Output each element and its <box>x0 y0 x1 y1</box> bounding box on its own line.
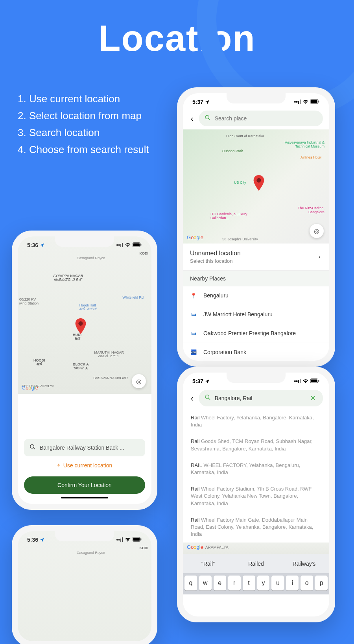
wifi-icon <box>125 242 131 248</box>
map-poi-label: BASAVANNA NAGAR <box>93 376 128 380</box>
map-poi-label: Whitefield Rd <box>122 295 144 299</box>
svg-point-9 <box>79 321 83 326</box>
svg-point-3 <box>205 115 209 119</box>
place-name: Oakwood Premier Prestige Bangalore <box>203 330 296 337</box>
search-results-list: Rail Wheel Factory, Yelahanka, Bangalore… <box>183 410 329 543</box>
nearby-place-row[interactable]: 🛏JW Marriott Hotel Bengaluru <box>183 305 329 324</box>
search-input-pill[interactable] <box>199 111 323 126</box>
status-time: 5:36 <box>27 242 38 248</box>
battery-icon <box>133 242 142 248</box>
map-view[interactable]: Casagrand Royce KODI <box>18 531 151 641</box>
keyboard-key[interactable]: q <box>184 576 197 590</box>
map-poi-label: MARUTHI NAGARಮಾರುತಿ ನಗರ <box>94 351 124 358</box>
map-pin-icon[interactable] <box>75 318 86 336</box>
map-view[interactable]: High Court of Karnataka Visvesvaraya Ind… <box>183 129 329 244</box>
location-services-icon <box>205 379 210 384</box>
selected-location-title: Unnamed location <box>190 250 241 257</box>
google-attribution: Google <box>187 234 203 240</box>
status-time: 5:36 <box>27 537 38 543</box>
search-header: ‹ <box>183 107 329 129</box>
svg-rect-7 <box>133 244 140 246</box>
map-poi-label: Casagrand Royce <box>77 551 105 555</box>
search-input[interactable] <box>215 115 317 122</box>
svg-point-5 <box>256 178 261 183</box>
keyboard-key[interactable]: o <box>301 576 313 590</box>
location-services-icon <box>40 243 44 247</box>
map-poi-label: HOODIಹೂಡಿ <box>33 358 45 366</box>
keyboard-key[interactable]: p <box>315 576 328 590</box>
map-poi-label: Airlines Hotel <box>301 155 321 159</box>
signal-icon: ••ıl <box>116 537 123 543</box>
nearby-place-row[interactable]: 🛏Oakwood Premier Prestige Bangalore <box>183 324 329 343</box>
map-poi-label: AYYAPPA NAGARಅಯ್ಯಪ್ಪ ನಗರ್ <box>53 274 83 282</box>
back-button[interactable]: ‹ <box>189 114 195 123</box>
phone-notch <box>55 531 114 541</box>
place-name: Corporation Bank <box>203 349 246 356</box>
map-poi-label: Casagrand Royce <box>77 256 105 260</box>
nearby-place-row[interactable]: 📍Bengaluru <box>183 286 329 305</box>
nearby-place-row[interactable]: 🏧Corporation Bank <box>183 343 329 361</box>
search-header: ‹ ✕ <box>183 387 329 410</box>
map-poi-label: Hoodi Haltಹೂಡಿ ಹಾಲ್ಟ್ <box>79 303 97 311</box>
locate-me-button[interactable]: ◎ <box>310 224 324 238</box>
map-poi-label: Visvesvaraya Industrial & Technical Muse… <box>281 140 324 148</box>
search-result-item[interactable]: Rail Wheel Factory Stadium, 7th B Cross … <box>183 481 329 512</box>
keyboard-key[interactable]: t <box>243 576 255 590</box>
keyboard-key[interactable]: w <box>199 576 212 590</box>
svg-line-4 <box>208 118 210 120</box>
phone-mockup-search: 5:37 ••ıl ‹ High Court of Karnataka Visv… <box>177 87 335 367</box>
keyboard-row: qwertyuiop <box>183 573 329 594</box>
keyboard-suggestion[interactable]: Railed <box>233 557 279 570</box>
back-button[interactable]: ‹ <box>189 394 195 403</box>
map-poi-label: KODI <box>140 546 149 550</box>
map-pin-icon[interactable] <box>253 175 264 192</box>
search-input[interactable] <box>215 395 304 401</box>
keyboard-key[interactable]: y <box>257 576 270 590</box>
use-current-location-button[interactable]: ⌖ Use current location <box>24 462 145 469</box>
selected-location-row[interactable]: Unnamed location Select this location → <box>183 244 329 271</box>
clear-search-button[interactable]: ✕ <box>308 394 317 402</box>
nearby-places-list: 📍Bengaluru🛏JW Marriott Hotel Bengaluru🛏O… <box>183 286 329 361</box>
map-peek-label: ARAMPALYA <box>205 545 229 550</box>
map-view[interactable]: Casagrand Royce KODI AYYAPPA NAGARಅಯ್ಯಪ್… <box>18 236 151 394</box>
confirm-location-button[interactable]: Confirm Your Location <box>24 476 145 494</box>
google-attribution: Google <box>187 544 203 550</box>
search-result-item[interactable]: Rail Wheel Factory Main Gate, Doddaballa… <box>183 512 329 543</box>
phone-mockup-results: 5:37 ••ıl ‹ ✕ Rail Wheel Factory, Yelaha… <box>177 367 335 622</box>
search-icon <box>205 114 211 122</box>
status-time: 5:37 <box>192 378 203 384</box>
phone-notch <box>55 236 114 247</box>
locate-me-button[interactable]: ◎ <box>132 374 146 388</box>
keyboard-suggestion[interactable]: "Rail" <box>185 557 231 570</box>
keyboard-suggestion[interactable]: Railway's <box>281 557 327 570</box>
svg-line-11 <box>33 448 35 449</box>
use-current-label: Use current location <box>63 462 112 469</box>
signal-icon: ••ıl <box>294 378 301 384</box>
svg-rect-19 <box>141 538 142 540</box>
search-result-item[interactable]: RAIL WHEEL FACTORY, Yelahanka, Bengaluru… <box>183 457 329 481</box>
search-result-item[interactable]: Rail Goods Shed, TCM Royan Road, Subhash… <box>183 433 329 457</box>
confirm-card: Bangalore Railway Station Back ... ⌖ Use… <box>18 434 151 504</box>
keyboard-key[interactable]: e <box>214 576 226 590</box>
search-input-pill[interactable]: ✕ <box>199 390 323 406</box>
location-services-icon <box>205 100 210 104</box>
place-icon: 🛏 <box>190 330 197 336</box>
map-poi-label: 00/220 KV iving Station <box>19 297 43 305</box>
keyboard-key[interactable]: r <box>228 576 241 590</box>
phone-notch <box>227 373 286 383</box>
wifi-icon <box>302 99 309 105</box>
map-peek: Google ARAMPALYA <box>183 543 329 554</box>
signal-icon: ••ıl <box>294 99 301 105</box>
phone-mockup-partial: 5:36 ••ıl Casagrand Royce KODI <box>12 525 157 644</box>
search-result-item[interactable]: Rail Wheel Factory, Yelahanka, Bangalore… <box>183 410 329 433</box>
keyboard-key[interactable]: i <box>286 576 299 590</box>
location-search-bar[interactable]: Bangalore Railway Station Back ... <box>24 439 145 456</box>
svg-rect-1 <box>311 100 317 103</box>
svg-rect-14 <box>319 380 319 382</box>
crosshair-icon: ⌖ <box>57 462 60 469</box>
home-indicator[interactable] <box>61 497 108 498</box>
wifi-icon <box>125 537 131 543</box>
search-text: Bangalore Railway Station Back ... <box>40 445 124 451</box>
place-icon: 🏧 <box>190 349 197 355</box>
keyboard-key[interactable]: u <box>271 576 284 590</box>
